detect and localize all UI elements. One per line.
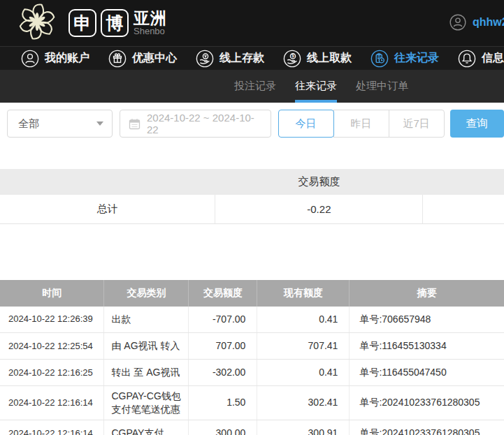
date-range-value: 2024-10-22 ~ 2024-10-22: [147, 112, 264, 135]
summary-total-value: -0.22: [215, 195, 423, 223]
table-row: 2024-10-22 12:25:54 由 AG视讯 转入 707.00 707…: [0, 333, 504, 360]
nav-item-my-account[interactable]: 我的账户: [21, 50, 89, 68]
cell-type: CGPAY-CG钱包支付笔笔送优惠: [104, 386, 189, 420]
logo-char-1: 申: [69, 9, 96, 37]
quick-date-button-group: 今日 昨日 近7日: [278, 110, 445, 138]
nav-item-messages[interactable]: 信息: [458, 50, 504, 68]
col-header-type: 交易类别: [104, 280, 189, 307]
withdraw-hand-coin-icon: $: [283, 50, 301, 68]
brand-logo[interactable]: 申 博 亚洲 Shenbo: [17, 2, 167, 44]
deposit-hand-coin-icon: [196, 50, 214, 68]
user-account[interactable]: qhhw2: [449, 14, 504, 31]
transactions-table: 时间 交易类别 交易额度 现有额度 摘要 2024-10-22 12:26:39…: [0, 280, 504, 435]
top-header: 申 博 亚洲 Shenbo qhhw2: [0, 0, 504, 46]
summary-header-row: 交易额度: [0, 169, 504, 195]
cell-balance: 707.41: [257, 333, 350, 360]
main-navbar: 我的账户 优惠中心 线上存款: [0, 46, 504, 70]
bell-icon: [458, 50, 476, 68]
summary-table: 交易额度 总计 -0.22: [0, 169, 504, 224]
cell-time: 2024-10-22 12:16:25: [0, 360, 104, 386]
nav-item-online-withdrawal[interactable]: $ 线上取款: [283, 50, 352, 68]
tab-processing-orders[interactable]: 处理中订单: [356, 70, 408, 103]
summary-header-empty: [0, 169, 215, 195]
cell-balance: 302.41: [257, 386, 350, 420]
table-row: 2024-10-22 12:16:25 转出 至 AG视讯 -302.00 0.…: [0, 360, 504, 386]
flower-logo-icon: [17, 2, 59, 44]
tab-transfer-records[interactable]: 往来记录: [295, 70, 337, 103]
cell-balance: 0.41: [257, 360, 350, 386]
search-button[interactable]: 查询: [450, 110, 504, 138]
col-header-summary: 摘要: [350, 280, 504, 307]
summary-header-empty: [423, 169, 504, 195]
summary-total-label: 总计: [0, 195, 215, 223]
username-text[interactable]: qhhw2: [473, 16, 504, 29]
last-7-days-button[interactable]: 近7日: [389, 110, 445, 138]
cell-balance: 0.41: [257, 307, 350, 333]
cell-summary: 单号:202410233761280305: [350, 420, 504, 435]
cell-type: 转出 至 AG视讯: [104, 360, 189, 386]
cell-time: 2024-10-22 12:16:14: [0, 386, 104, 420]
gift-icon: [108, 50, 127, 68]
category-select[interactable]: 全部: [7, 110, 113, 138]
cell-summary: 单号:706657948: [350, 307, 504, 333]
cell-time: 2024-10-22 12:25:54: [0, 333, 104, 360]
nav-label: 线上存款: [219, 51, 264, 66]
table-row: 2024-10-22 12:26:39 出款 -707.00 0.41 单号:7…: [0, 307, 504, 333]
col-header-time: 时间: [0, 280, 104, 307]
svg-text:$: $: [291, 53, 294, 59]
category-select-value: 全部: [18, 117, 39, 131]
nav-label: 信息: [482, 51, 504, 66]
cell-amount: 300.00: [189, 420, 257, 435]
table-row: 2024-10-22 12:16:14 CGPAY支付 300.00 300.9…: [0, 420, 504, 435]
cell-amount: -302.00: [189, 360, 257, 386]
col-header-balance: 现有额度: [257, 280, 350, 307]
table-row: 2024-10-22 12:16:14 CGPAY-CG钱包支付笔笔送优惠 1.…: [0, 386, 504, 420]
cell-amount: 1.50: [189, 386, 257, 420]
cell-summary: 单号:116455130334: [350, 333, 504, 360]
calendar-icon: [129, 118, 141, 130]
nav-item-online-deposit[interactable]: 线上存款: [196, 50, 264, 68]
logo-region-text: 亚洲: [134, 10, 167, 27]
cell-time: 2024-10-22 12:16:14: [0, 420, 104, 435]
logo-subtitle: Shenbo: [134, 27, 167, 36]
records-tab-bar: 投注记录 往来记录 处理中订单: [0, 70, 504, 103]
today-button[interactable]: 今日: [278, 110, 334, 138]
transfer-records-icon: [370, 50, 389, 68]
cell-amount: 707.00: [189, 333, 257, 360]
cell-type: CGPAY支付: [104, 420, 189, 435]
cell-type: 由 AG视讯 转入: [104, 333, 189, 360]
cell-time: 2024-10-22 12:26:39: [0, 307, 104, 333]
nav-label: 我的账户: [45, 51, 89, 66]
cell-amount: -707.00: [189, 307, 257, 333]
tab-betting-records[interactable]: 投注记录: [234, 70, 276, 103]
cell-balance: 300.91: [257, 420, 350, 435]
nav-label: 优惠中心: [132, 51, 177, 66]
cell-summary: 单号:202410233761280305: [350, 386, 504, 420]
logo-char-2: 博: [101, 9, 129, 37]
chevron-down-icon: [96, 121, 103, 126]
nav-item-transfer-records[interactable]: 往来记录: [370, 50, 439, 68]
summary-empty-cell: [423, 195, 504, 223]
transactions-body: 2024-10-22 12:26:39 出款 -707.00 0.41 单号:7…: [0, 307, 504, 435]
cell-summary: 单号:116455047450: [350, 360, 504, 386]
date-range-input[interactable]: 2024-10-22 ~ 2024-10-22: [120, 110, 271, 138]
summary-total-row: 总计 -0.22: [0, 195, 504, 223]
nav-label: 往来记录: [394, 51, 439, 66]
col-header-amount: 交易额度: [189, 280, 257, 307]
nav-item-promotions[interactable]: 优惠中心: [108, 50, 177, 68]
yesterday-button[interactable]: 昨日: [333, 110, 389, 138]
cell-type: 出款: [104, 307, 189, 333]
user-circle-icon: [21, 50, 39, 68]
nav-label: 线上取款: [307, 51, 352, 66]
transactions-header-row: 时间 交易类别 交易额度 现有额度 摘要: [0, 280, 504, 307]
user-circle-icon: [449, 14, 466, 31]
filter-bar: 全部 2024-10-22 ~ 2024-10-22 今日 昨日 近7日 查询: [0, 103, 504, 139]
summary-header-amount: 交易额度: [215, 169, 423, 195]
